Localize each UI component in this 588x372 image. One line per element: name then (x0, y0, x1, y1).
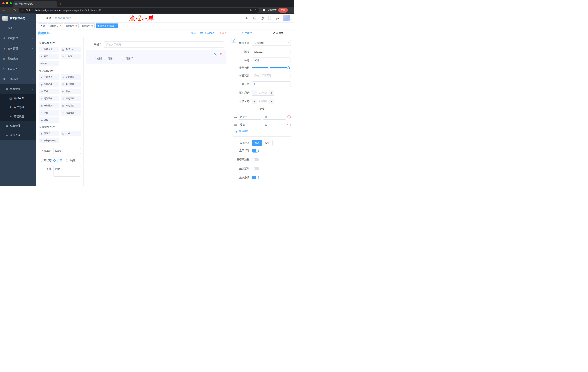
page-tab-process-form-edit[interactable]: 流程表单-编辑× (96, 23, 118, 28)
close-window-button[interactable] (2, 2, 5, 4)
component-chip-switch[interactable]: ⊷开关 (39, 89, 59, 94)
toggle-bordered[interactable] (252, 158, 259, 161)
component-chip-time-picker[interactable]: ◷时间选择 (39, 96, 59, 101)
sidebar-item-home[interactable]: ◔首页 (0, 23, 36, 33)
toggle-disabled[interactable] (252, 167, 259, 170)
minus-icon[interactable]: − (252, 99, 257, 104)
canvas-field-gender-selected[interactable]: 性别 选项一 选项二 (86, 50, 226, 64)
component-chip-cascader[interactable]: ⋔级联选择 (61, 74, 81, 80)
close-icon[interactable]: × (75, 25, 77, 27)
search-icon[interactable] (245, 16, 250, 20)
component-chip-radio-group[interactable]: ◉单选框组 (39, 82, 59, 87)
sidebar-item-user-group[interactable]: ♟用户分组 (0, 103, 36, 112)
option-value-input[interactable] (263, 122, 286, 128)
minus-icon[interactable]: − (252, 90, 257, 95)
sidebar-item-payment-mgmt[interactable]: ¥支付管理▾ (0, 43, 36, 54)
help-icon[interactable]: ? (260, 16, 264, 20)
view-json-button[interactable]: 查看json (200, 32, 214, 35)
new-tab-button[interactable]: + (59, 2, 61, 5)
sidebar-item-process-form[interactable]: ▤流程表单 (0, 94, 36, 103)
drag-handle-icon[interactable] (234, 116, 237, 118)
sidebar-item-system-mgmt[interactable]: ⚙系统管理▾ (0, 33, 36, 43)
sidebar-item-process-model[interactable]: ✈流程模型 (0, 112, 36, 121)
form-canvas[interactable]: 手机号 性别 (84, 37, 231, 186)
radio-open[interactable]: 开启 (53, 159, 62, 162)
close-icon[interactable]: × (115, 25, 116, 27)
option-label-input[interactable] (238, 122, 262, 128)
sidebar-item-workflow[interactable]: ≣工作流程▴ (0, 74, 36, 84)
component-chip-date-range[interactable]: ▧日期范围 (61, 103, 81, 108)
sidebar-item-process-mgmt[interactable]: ≡流程管理▴ (0, 84, 36, 94)
component-chip-rate[interactable]: ☆评分 (39, 110, 59, 116)
phone-input[interactable] (104, 42, 224, 48)
close-icon[interactable]: × (60, 25, 61, 27)
remark-textarea[interactable]: 嘿嘿 (53, 166, 81, 177)
canvas-field-phone[interactable]: 手机号 (86, 42, 226, 48)
title-input[interactable] (252, 57, 291, 63)
sidebar-item-task-mgmt[interactable]: ⋔任务管理▾ (0, 121, 36, 130)
canvas-field-gender[interactable]: 性别 选项一 选项二 (86, 57, 224, 60)
component-chip-time-range[interactable]: ◴时间范围 (61, 96, 81, 101)
add-option-button[interactable]: +添加选项 (235, 130, 291, 133)
page-tab-home[interactable]: 首页 (39, 23, 47, 28)
style-default-button[interactable]: 默认 (252, 140, 262, 146)
back-icon[interactable]: ← (2, 8, 7, 13)
github-icon[interactable] (253, 16, 257, 20)
component-chip-counter[interactable]: 123计数器 (61, 54, 81, 59)
component-chip-single-line-text[interactable]: ▭单行文本 (39, 47, 59, 52)
component-chip-multi-line-text[interactable]: ▤多行文本 (61, 47, 81, 52)
forward-icon[interactable]: → (7, 8, 12, 13)
user-avatar-wrap[interactable]: ▾ (283, 15, 292, 21)
address-bar[interactable]: ⚠ 不安全 dashboard.yudao.iocoder.cn/bpm/man… (19, 8, 259, 13)
option-value-input[interactable] (263, 114, 286, 120)
component-chip-password[interactable]: ⊗密码 (39, 54, 59, 59)
save-button[interactable]: ✓保存 (187, 32, 196, 35)
field-name-input[interactable] (252, 49, 291, 54)
copy-component-button[interactable] (213, 52, 217, 56)
component-chip-upload[interactable]: ☁上传 (39, 117, 59, 123)
plus-icon[interactable]: + (269, 99, 274, 104)
remove-option-button[interactable]: − (287, 115, 291, 118)
page-tab-process-form[interactable]: 流程表单× (80, 23, 94, 28)
sidebar-item-leave-query[interactable]: ♙请假查询 (0, 130, 36, 140)
fullscreen-icon[interactable] (268, 16, 272, 20)
component-chip-table-dev[interactable]: ⊞表格[开发中] (39, 138, 59, 143)
sidebar-item-infrastructure[interactable]: ⊞基础设施▾ (0, 54, 36, 64)
slider-handle[interactable] (287, 66, 290, 69)
radio-closed[interactable]: 关闭 (66, 159, 75, 162)
copy-link-button[interactable] (231, 38, 236, 43)
hamburger-icon[interactable] (39, 15, 45, 21)
default-value-input[interactable] (252, 81, 291, 87)
remove-option-button[interactable]: − (287, 123, 291, 126)
component-chip-button[interactable]: ▢按钮 (61, 131, 81, 136)
bookmark-star-icon[interactable]: ☆ (254, 9, 257, 12)
minimize-window-button[interactable] (6, 2, 8, 4)
close-tab-icon[interactable]: × (54, 2, 55, 5)
form-name-input[interactable] (53, 148, 81, 154)
reload-icon[interactable]: ↻ (12, 8, 17, 13)
component-chip-select[interactable]: ▾下拉选择 (39, 74, 59, 80)
browser-menu-icon[interactable]: ⋮ (289, 9, 292, 12)
sidebar-item-dev-tools[interactable]: ⚒研发工具▾ (0, 64, 36, 74)
toggle-show-label[interactable] (252, 149, 259, 152)
option-label-input[interactable] (238, 114, 262, 120)
drag-handle-icon[interactable] (234, 124, 237, 126)
toggle-required[interactable] (252, 176, 259, 179)
component-chip-date-picker[interactable]: ▦日期选择 (39, 103, 59, 108)
password-key-icon[interactable] (249, 9, 252, 12)
close-icon[interactable]: × (91, 25, 93, 27)
tab-form-props[interactable]: 表单属性 (263, 29, 294, 37)
sidebar-logo-row[interactable]: 芋道管理系统 (0, 14, 36, 23)
font-size-icon[interactable]: TT (275, 16, 279, 20)
checkbox-option-2[interactable]: 选项二 (122, 57, 134, 60)
avatar[interactable] (283, 15, 290, 21)
security-label[interactable]: 不安全 (24, 9, 31, 12)
plus-icon[interactable]: + (269, 90, 274, 95)
browser-update-button[interactable]: 更新 (278, 8, 288, 12)
component-chip-color-picker[interactable]: ◐颜色选择 (61, 110, 81, 116)
component-chip-checkbox-group[interactable]: ☑多选框组 (61, 82, 81, 87)
component-chip-editor[interactable]: 编辑器 (39, 61, 59, 66)
clear-button[interactable]: 清空 (218, 32, 227, 35)
label-width-input[interactable] (252, 73, 291, 78)
page-tab-process-definition[interactable]: 流程定义× (48, 23, 63, 28)
